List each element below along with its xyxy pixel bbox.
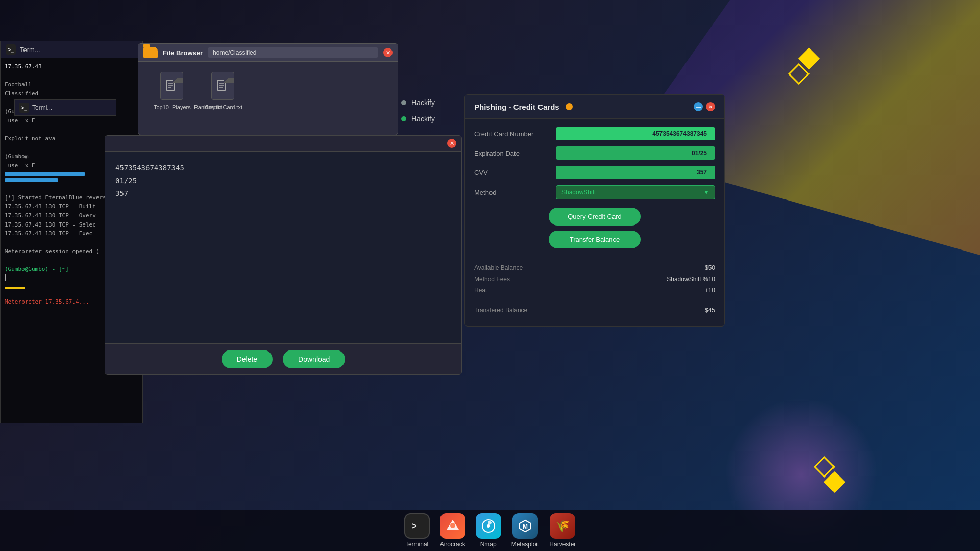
heat-row: Heat +10	[474, 287, 715, 294]
transferred-balance-row: Transfered Balance $45	[474, 307, 715, 314]
hackify-window-controls: — ✕	[694, 102, 715, 111]
text-viewer-content: 4573543674387345 01/25 357	[105, 152, 461, 343]
taskbar-icon-harvester: 🌾	[550, 513, 575, 539]
taskbar-label-airocrack: Airocrack	[440, 541, 465, 548]
taskbar-icon-airocrack	[440, 513, 465, 539]
expiry-line: 01/25	[115, 174, 451, 187]
terminal-icon-glyph: >_	[411, 521, 422, 532]
text-viewer-modal: ✕ 4573543674387345 01/25 357 Delete Down…	[105, 135, 462, 375]
cc-number-row: Credit Card Number 4573543674387345	[474, 127, 715, 140]
terminal-title-2: Termi...	[32, 104, 52, 111]
hackify-panel-title: Phishing - Credit Cards	[474, 103, 559, 111]
file-item-top10[interactable]: Top10_Players_Ranking.txt	[154, 72, 189, 110]
taskbar-airocrack[interactable]: Airocrack	[440, 513, 465, 548]
file-browser-window: File Browser home/Classified ✕ Top10_Pla…	[138, 43, 398, 135]
method-select[interactable]: ShadowShift ▼	[556, 185, 715, 199]
terminal-ip: 17.35.67.43	[5, 62, 138, 71]
file-browser-titlebar: File Browser home/Classified ✕	[138, 44, 398, 62]
taskbar-icon-metasploit: M	[512, 513, 538, 539]
taskbar-icon-nmap	[476, 513, 501, 539]
taskbar-label-harvester: Harvester	[549, 541, 576, 548]
terminal-titlebar-main: >_ Term...	[1, 41, 142, 58]
hackify-label-1: Hackify	[411, 98, 435, 107]
terminal-icon-main: >_	[6, 44, 16, 55]
hackify-content: Credit Card Number 4573543674387345 Expi…	[465, 119, 724, 326]
taskbar-icon-terminal: >_	[404, 513, 430, 539]
query-credit-card-button[interactable]: Query Credit Card	[549, 208, 641, 226]
taskbar-terminal[interactable]: >_ Terminal	[404, 513, 430, 548]
terminal-line-use1: —use -x E	[5, 116, 138, 126]
method-fees-row: Method Fees ShadowShift %10	[474, 276, 715, 283]
heat-value: +10	[705, 287, 715, 294]
text-viewer-titlebar: ✕	[105, 136, 461, 152]
expiry-label: Expiration Date	[474, 149, 556, 157]
method-value: ShadowShift	[561, 189, 596, 196]
available-balance-row: Available Balance $50	[474, 264, 715, 271]
hackify-label-2: Hackify	[411, 115, 435, 123]
hackify-minimize-button[interactable]: —	[694, 102, 703, 111]
hackify-info: Available Balance $50 Method Fees Shadow…	[474, 257, 715, 314]
hackify-sidebar: Hackify Hackify	[393, 94, 443, 127]
hackify-header: Phishing - Credit Cards — ✕	[465, 95, 724, 119]
available-balance-label: Available Balance	[474, 264, 523, 271]
taskbar: >_ Terminal Airocrack Nmap M Metasploit …	[0, 510, 980, 551]
terminal-line-yellow	[5, 287, 25, 289]
file-label-top10: Top10_Players_Ranking.txt	[154, 104, 189, 110]
file-item-credit[interactable]: Credit_Card.txt	[205, 72, 240, 110]
hackify-dot-2	[401, 116, 406, 121]
method-dropdown-icon: ▼	[703, 189, 709, 196]
file-browser-title: File Browser	[163, 49, 203, 57]
file-browser-close-button[interactable]: ✕	[383, 48, 393, 57]
terminal-icon-2: >_	[19, 103, 29, 113]
method-label: Method	[474, 189, 556, 196]
hackify-dot-1	[401, 100, 406, 105]
credit-card-number-line: 4573543674387345	[115, 162, 451, 174]
taskbar-nmap[interactable]: Nmap	[476, 513, 501, 548]
text-viewer-close-button[interactable]: ✕	[447, 139, 456, 148]
method-row: Method ShadowShift ▼	[474, 185, 715, 199]
delete-button[interactable]: Delete	[222, 350, 273, 368]
terminal-title-main: Term...	[20, 46, 40, 54]
cvv-row: CVV 357	[474, 166, 715, 179]
file-browser-content: Top10_Players_Ranking.txt Credit_Card.tx…	[138, 62, 398, 120]
expiry-value: 01/25	[556, 146, 715, 160]
svg-point-11	[487, 524, 490, 528]
download-button[interactable]: Download	[283, 350, 345, 368]
hackify-buttons: Query Credit Card Transfer Balance	[474, 208, 715, 248]
taskbar-label-terminal: Terminal	[405, 541, 428, 548]
taskbar-metasploit[interactable]: M Metasploit	[511, 513, 540, 548]
available-balance-value: $50	[705, 264, 715, 271]
harvester-icon-glyph: 🌾	[556, 519, 570, 533]
method-fees-label: Method Fees	[474, 276, 510, 283]
method-fees-value: ShadowShift %10	[667, 276, 715, 283]
cvv-line: 357	[115, 187, 451, 200]
svg-text:M: M	[523, 523, 528, 530]
hackify-panel: Phishing - Credit Cards — ✕ Credit Card …	[464, 94, 725, 327]
heat-label: Heat	[474, 287, 487, 294]
cvv-label: CVV	[474, 169, 556, 177]
svg-point-9	[450, 523, 455, 528]
terminal-line-football: Football	[5, 80, 138, 89]
cc-number-value: 4573543674387345	[556, 127, 715, 140]
transfer-balance-button[interactable]: Transfer Balance	[549, 231, 641, 248]
transferred-label: Transfered Balance	[474, 307, 527, 314]
progress-bar-2	[5, 178, 58, 182]
file-label-credit: Credit_Card.txt	[205, 104, 240, 110]
hackify-close-button[interactable]: ✕	[706, 102, 715, 111]
terminal-line-classified: Classified	[5, 89, 138, 98]
cvv-value: 357	[556, 166, 715, 179]
cc-number-label: Credit Card Number	[474, 130, 556, 138]
transferred-value: $45	[705, 307, 715, 314]
text-viewer-footer: Delete Download	[105, 343, 461, 374]
taskbar-harvester[interactable]: 🌾 Harvester	[549, 513, 576, 548]
hackify-item-1[interactable]: Hackify	[393, 94, 443, 111]
hackify-item-2[interactable]: Hackify	[393, 111, 443, 127]
file-icon-top10	[160, 72, 183, 100]
hackify-status-dot	[566, 103, 573, 110]
file-browser-path: home/Classified	[208, 47, 378, 58]
terminal-cursor	[5, 274, 6, 281]
expiry-row: Expiration Date 01/25	[474, 146, 715, 160]
file-icon-credit	[211, 72, 234, 100]
progress-bar-1	[5, 172, 85, 176]
folder-icon	[143, 47, 158, 58]
